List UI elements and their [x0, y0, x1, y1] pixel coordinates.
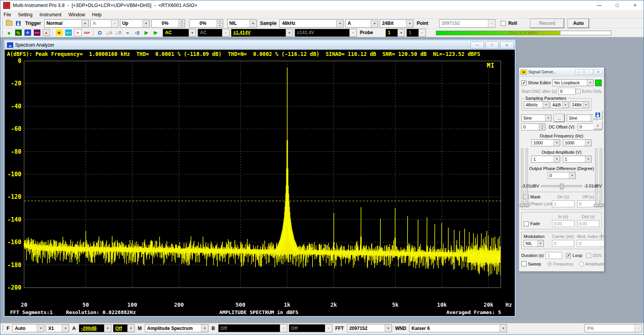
spectrum-3d-plot-icon[interactable]: ▲: [42, 29, 50, 36]
modulation-type-select[interactable]: NIL▼: [524, 240, 544, 247]
save-signal-icon[interactable]: [593, 111, 602, 119]
spin-up-icon[interactable]: ▲: [539, 124, 545, 127]
open-file-icon[interactable]: [5, 20, 13, 27]
chevron-down-icon[interactable]: ▼: [500, 325, 507, 332]
chevron-down-icon[interactable]: ▼: [406, 20, 413, 27]
chevron-down-icon[interactable]: ▼: [537, 240, 543, 246]
spin-up-icon[interactable]: ▲: [217, 20, 223, 23]
chevron-down-icon[interactable]: ▼: [286, 29, 293, 36]
frequency-a-select[interactable]: 1000▼: [531, 139, 560, 146]
coupling-a-select[interactable]: AC▼: [163, 29, 196, 37]
multimeter-icon[interactable]: 888: [33, 29, 41, 36]
sample-rate-select[interactable]: 48kHz▼: [279, 19, 344, 28]
gen-rate-select[interactable]: 48kHz▼: [524, 101, 549, 108]
chevron-down-icon[interactable]: ▼: [398, 29, 404, 36]
maximize-icon[interactable]: □: [485, 42, 499, 49]
chevron-down-icon[interactable]: ▼: [583, 102, 589, 108]
music-note-icon[interactable]: ♪: [593, 121, 602, 129]
probe-a-factor-select[interactable]: 1▼: [385, 29, 405, 37]
chevron-down-icon[interactable]: ▼: [189, 29, 196, 36]
chevron-down-icon[interactable]: ▼: [250, 20, 257, 27]
dc-offset-a-stepper[interactable]: 0▲▼: [521, 123, 545, 130]
chevron-down-icon[interactable]: ▼: [142, 20, 149, 27]
chevron-down-icon[interactable]: ▼: [37, 325, 44, 332]
loopback-select[interactable]: No Loopback▼: [552, 79, 594, 86]
waveform-b-select[interactable]: Sine▼: [567, 115, 597, 122]
spectrum-analyzer-title-bar[interactable]: ılı Spectrum Analyzer — □ ×: [5, 40, 515, 50]
chevron-down-icon[interactable]: ▼: [585, 156, 591, 162]
chevron-down-icon[interactable]: ▼: [104, 325, 111, 332]
signal-generator-title-bar[interactable]: ≋ Signal Gener... — □ ×: [519, 68, 604, 76]
menu-instrument[interactable]: Instrument: [36, 11, 65, 18]
menu-help[interactable]: Help: [89, 11, 105, 18]
chevron-down-icon[interactable]: ▼: [82, 20, 89, 27]
chevron-down-icon[interactable]: ▼: [371, 20, 378, 27]
ref-a-select[interactable]: Off▼: [113, 324, 135, 332]
trigger-hpf-select[interactable]: NIL▼: [227, 19, 257, 28]
spectrum-plot-area[interactable]: 0-20-40-60-80-100-120-140-160-180-200205…: [5, 58, 515, 309]
minimize-icon[interactable]: —: [590, 0, 608, 10]
display-mode-select[interactable]: Amplitude Spectrum▼: [145, 324, 208, 332]
menu-file[interactable]: File: [0, 11, 14, 18]
auto-button[interactable]: Auto: [568, 19, 588, 28]
spin-down-icon[interactable]: ▼: [539, 127, 545, 130]
frequency-axis-select[interactable]: Auto▼: [12, 324, 44, 332]
chevron-down-icon[interactable]: ▼: [562, 102, 568, 108]
frequency-b-select[interactable]: 1000▼: [563, 139, 592, 146]
menu-window[interactable]: Window: [65, 11, 89, 18]
toolbar-grip[interactable]: [1, 20, 3, 27]
spin-down-icon[interactable]: ▼: [179, 23, 185, 27]
gen-bits-select[interactable]: 24Bit▼: [570, 101, 589, 108]
spin-down-icon[interactable]: ▼: [217, 23, 223, 27]
input-device-icon[interactable]: Ω: [95, 29, 104, 36]
play-loop-icon[interactable]: ▶: [151, 29, 160, 36]
chevron-down-icon[interactable]: ▼: [385, 325, 392, 332]
waveform-more-button[interactable]: ...: [554, 114, 564, 122]
play-icon[interactable]: ▶: [142, 29, 151, 36]
chevron-down-icon[interactable]: ▼: [554, 140, 560, 146]
save-file-icon[interactable]: [14, 20, 23, 27]
close-icon[interactable]: ×: [626, 0, 644, 10]
spin-up-icon[interactable]: ▲: [179, 20, 185, 23]
range-a-select[interactable]: ±1.414V▼: [231, 29, 293, 37]
gen-channels-select[interactable]: A&B▼: [550, 101, 569, 108]
minimize-icon[interactable]: —: [470, 42, 484, 49]
chevron-down-icon[interactable]: ▼: [201, 325, 208, 332]
phase-difference-select[interactable]: 0▼: [548, 172, 576, 179]
amplitude-a-select[interactable]: 1▼: [531, 156, 560, 163]
chevron-down-icon[interactable]: ▼: [127, 325, 134, 332]
balance-slider-handle[interactable]: [560, 184, 563, 189]
trigger-edge-select[interactable]: Up▼: [120, 19, 150, 28]
waveform-a-select[interactable]: Sine▼: [521, 115, 552, 122]
amplitude-b-select[interactable]: 1▼: [563, 156, 592, 163]
chevron-down-icon[interactable]: ▼: [545, 115, 551, 121]
signal-generator-icon[interactable]: ≋: [55, 29, 63, 36]
start-osc-input[interactable]: 0: [558, 88, 576, 95]
minimize-icon[interactable]: —: [575, 69, 584, 75]
close-icon[interactable]: ×: [500, 42, 514, 49]
chevron-down-icon[interactable]: ▼: [543, 102, 549, 108]
balance-slider[interactable]: [541, 185, 582, 187]
sound-output-icon[interactable]: ◁): [133, 29, 141, 36]
chevron-down-icon[interactable]: ▼: [62, 325, 69, 332]
maximize-icon[interactable]: □: [608, 0, 626, 10]
toolbar-grip[interactable]: [1, 30, 3, 36]
range-a-display-select[interactable]: -200dB▼: [79, 324, 111, 332]
chevron-down-icon[interactable]: ▼: [587, 80, 593, 86]
sample-channel-select[interactable]: A▼: [345, 19, 378, 28]
data-generator-icon[interactable]: ≈: [73, 29, 82, 36]
menu-setting[interactable]: Setting: [14, 11, 36, 18]
trigger-mode-select[interactable]: Normal▼: [44, 19, 89, 28]
zoom-select[interactable]: X1▼: [46, 324, 69, 332]
fade-checkbox[interactable]: [524, 221, 529, 226]
spectrum-analyzer-icon[interactable]: ılı: [23, 29, 32, 36]
calibration-icon[interactable]: ⌁: [123, 29, 132, 36]
roll-checkbox[interactable]: [501, 21, 506, 26]
loop-checkbox[interactable]: ✓: [566, 253, 571, 258]
show-editor-checkbox[interactable]: ✓: [521, 80, 526, 85]
device-test-plan-icon[interactable]: DUT: [64, 29, 73, 36]
chevron-down-icon[interactable]: ▼: [336, 20, 343, 27]
sweep-checkbox[interactable]: [521, 261, 526, 266]
trigger-level-stepper[interactable]: 0%▲▼: [151, 19, 185, 28]
oscilloscope-icon[interactable]: ∿: [14, 29, 23, 36]
